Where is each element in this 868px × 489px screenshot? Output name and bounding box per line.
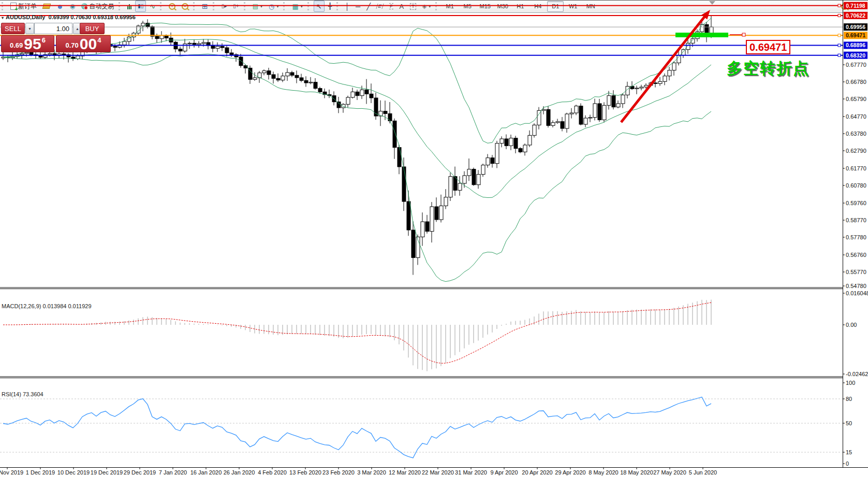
date-label: 31 Mar 2020	[455, 469, 487, 476]
rsi-line	[3, 397, 711, 458]
buy-button[interactable]: BUY	[80, 23, 105, 34]
candle-body	[575, 106, 578, 113]
candle-body	[295, 75, 299, 78]
candle-body	[425, 222, 429, 232]
date-label: 21 Nov 2019	[0, 469, 23, 476]
date-label: 1 Dec 2019	[26, 469, 55, 476]
candle-body	[113, 46, 117, 47]
candle-body	[62, 54, 66, 55]
candle-body	[556, 122, 560, 123]
price-tick-label: 0.54780	[846, 283, 866, 289]
price-chip-label: 0.71198	[846, 3, 865, 9]
candle-body	[523, 145, 527, 152]
price-tick-label: 0.59760	[846, 200, 866, 206]
candle-body	[477, 175, 480, 185]
candle-body	[500, 139, 504, 143]
candle-body	[570, 113, 573, 114]
macd-name: MACD(12,26,9)	[2, 303, 41, 309]
price-tick-label: 0.61770	[846, 165, 866, 171]
candle-body	[188, 43, 192, 44]
candle-body	[351, 92, 355, 97]
price-tick-label: 0.57780	[846, 234, 866, 240]
date-label: 20 Apr 2020	[522, 469, 552, 476]
sell-price-tile[interactable]: 0.69 95 6	[1, 35, 54, 52]
candle-body	[272, 75, 275, 78]
volume-decrease-button[interactable]: ▼	[25, 23, 34, 34]
sell-price-big: 95	[24, 37, 41, 51]
rsi-value: 73.3604	[23, 391, 43, 397]
level-lines	[0, 4, 843, 56]
price-chip-label: 0.68896	[846, 42, 865, 48]
candle-body	[481, 165, 485, 175]
candle-body	[220, 46, 224, 48]
one-click-trading-panel: SELL ▼ 1.00 ▲ BUY 0.69 95 6 0.70 00 4	[1, 23, 111, 52]
bollinger-bands	[3, 18, 711, 282]
candle-body	[505, 139, 508, 146]
candle-body	[533, 125, 536, 135]
price-tick-label: 0.58770	[846, 217, 866, 223]
candle-body	[514, 138, 518, 149]
date-label: 9 Apr 2020	[490, 469, 518, 476]
candle-body	[160, 36, 164, 39]
candle-body	[519, 149, 522, 152]
candle-body	[48, 53, 52, 54]
rsi-name: RSI(14)	[2, 391, 21, 397]
buy-price-tile[interactable]: 0.70 00 4	[56, 35, 111, 52]
price-chip-label: 0.68320	[846, 52, 865, 59]
macd-histogram	[3, 299, 711, 371]
price-flag-annotation[interactable]: 0.69471	[746, 40, 790, 54]
candle-body	[384, 111, 387, 114]
candle-body	[398, 148, 401, 167]
macd-indicator-label: MACD(12,26,9) 0.013984 0.011929	[2, 303, 92, 309]
price-tick-label: 0.60780	[846, 182, 866, 189]
candle-body	[644, 85, 648, 87]
price-tick-label: 0.55770	[846, 269, 866, 275]
turning-point-annotation[interactable]: 多空转折点	[727, 58, 810, 79]
candle-body	[607, 96, 611, 106]
trend-arrow[interactable]	[621, 16, 705, 122]
candle-body	[290, 73, 294, 75]
symbol-period-label: AUDUSD,Daily	[6, 14, 45, 20]
candle-body	[439, 206, 443, 220]
candle-body	[551, 123, 555, 126]
price-tick-label: 0.66780	[846, 79, 866, 85]
rsi-indicator-label: RSI(14) 73.3604	[2, 391, 43, 397]
candle-body	[602, 105, 606, 120]
date-label: 10 Dec 2019	[57, 469, 90, 476]
candle-body	[193, 43, 196, 45]
candle-body	[430, 207, 434, 232]
date-label: 23 Feb 2020	[322, 469, 355, 476]
chart-menu-triangle-icon[interactable]: ▾	[2, 16, 4, 20]
candle-body	[435, 207, 438, 220]
volume-input[interactable]: 1.00	[34, 23, 72, 34]
candle-body	[547, 109, 550, 125]
candle-body	[491, 158, 494, 164]
candle-body	[281, 76, 285, 80]
price-tick-label: 0.64770	[846, 113, 866, 120]
candle-body	[239, 57, 243, 66]
green-support-bar[interactable]	[675, 33, 728, 37]
date-label: 27 May 2020	[653, 469, 686, 476]
candle-body	[165, 36, 168, 38]
candle-body	[621, 95, 625, 104]
price-tick-label: 0.56760	[846, 252, 866, 258]
candle-body	[640, 87, 643, 88]
date-label: 8 May 2020	[589, 469, 618, 476]
macd-scale-label: 0.00	[846, 322, 857, 328]
candle-body	[197, 44, 201, 45]
rsi-scale-label: 80	[846, 396, 852, 402]
date-label: 19 Dec 2019	[91, 469, 123, 476]
candle-body	[407, 202, 410, 230]
date-label: 7 Jan 2020	[159, 469, 187, 476]
price-tick-label: 0.63780	[846, 131, 866, 137]
mt4-window: 新订单☻◉自动交易▮▯∿+–⊞▯▸▯+▤▾◷▾▦▾↖╋│─╱EFAT◈▾M1M5…	[0, 0, 868, 489]
buy-price-sup: 4	[97, 36, 101, 44]
candle-body	[542, 109, 546, 110]
candle-body	[342, 104, 345, 108]
candle-body	[658, 81, 662, 83]
sell-button[interactable]: SELL	[1, 23, 25, 34]
candle-body	[700, 24, 704, 32]
date-label: 13 Feb 2020	[289, 469, 321, 476]
candle-body	[458, 183, 462, 190]
candle-body	[472, 169, 476, 185]
